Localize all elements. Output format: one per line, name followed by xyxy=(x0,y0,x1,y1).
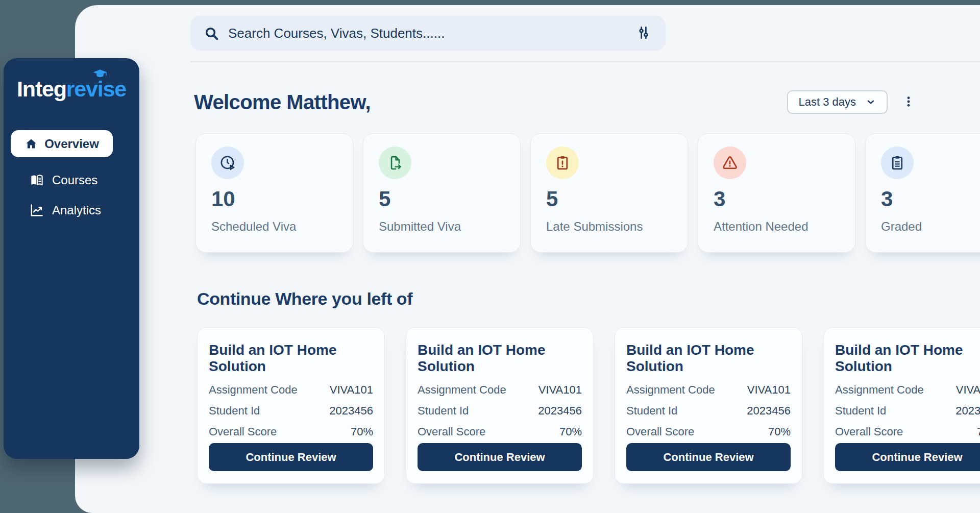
detail-value: 70% xyxy=(351,425,373,438)
chart-line-icon xyxy=(29,203,44,218)
detail-value: VIVA101 xyxy=(956,383,980,397)
stat-label: Late Submissions xyxy=(546,219,672,234)
logo-text-revise: revise xyxy=(66,77,126,101)
detail-label: Assignment Code xyxy=(626,383,715,397)
book-open-icon xyxy=(29,173,44,188)
stat-label: Scheduled Viva xyxy=(211,219,337,234)
detail-value: VIVA101 xyxy=(330,383,373,397)
sidebar-item-analytics[interactable]: Analytics xyxy=(4,200,139,221)
course-detail-row: Overall Score 70% xyxy=(418,425,582,438)
sidebar-item-label: Analytics xyxy=(52,203,101,217)
header-actions: Last 3 days xyxy=(787,90,916,114)
search-bar xyxy=(190,16,666,51)
continue-section-heading: Continue Where you left of xyxy=(197,289,412,309)
detail-label: Assignment Code xyxy=(835,383,924,397)
course-card: Build an IOT Home Solution Assignment Co… xyxy=(197,327,385,484)
stat-icon-circle xyxy=(546,146,579,179)
logo-text-integ: Integ xyxy=(17,77,66,101)
detail-value: VIVA101 xyxy=(747,383,791,397)
course-title: Build an IOT Home Solution xyxy=(626,342,791,375)
detail-label: Overall Score xyxy=(418,425,485,438)
stats-row: 10 Scheduled Viva 5 Submitted Viva xyxy=(195,133,980,253)
course-detail-row: Assignment Code VIVA101 xyxy=(835,383,980,397)
course-detail-row: Assignment Code VIVA101 xyxy=(418,383,582,397)
detail-label: Assignment Code xyxy=(209,383,298,397)
stat-value: 3 xyxy=(881,187,980,211)
sidebar-item-courses[interactable]: Courses xyxy=(4,170,139,190)
stat-value: 3 xyxy=(714,187,840,211)
continue-review-button[interactable]: Continue Review xyxy=(418,443,582,471)
stat-icon-circle xyxy=(211,146,244,179)
detail-value: 70% xyxy=(559,425,582,438)
date-range-label: Last 3 days xyxy=(798,95,856,109)
app-logo: Integrevise xyxy=(4,77,139,102)
course-detail-row: Assignment Code VIVA101 xyxy=(626,383,791,397)
detail-label: Overall Score xyxy=(209,425,277,438)
detail-value: 70% xyxy=(977,425,980,438)
clipboard-list-icon xyxy=(889,154,906,172)
course-title: Build an IOT Home Solution xyxy=(418,342,582,375)
stat-card-attention-needed: 3 Attention Needed xyxy=(698,133,855,253)
detail-label: Overall Score xyxy=(835,425,903,438)
course-detail-row: Overall Score 70% xyxy=(835,425,980,438)
clipboard-alert-icon xyxy=(554,154,571,172)
file-export-icon xyxy=(386,154,404,172)
continue-review-button[interactable]: Continue Review xyxy=(835,443,980,471)
stat-value: 5 xyxy=(546,187,672,211)
course-title: Build an IOT Home Solution xyxy=(209,342,373,375)
stat-label: Submitted Viva xyxy=(379,219,505,234)
stat-card-late-submissions: 5 Late Submissions xyxy=(530,133,688,253)
course-detail-row: Student Id 2023456 xyxy=(626,404,791,418)
detail-label: Student Id xyxy=(209,404,260,418)
detail-value: 2023456 xyxy=(538,404,582,418)
detail-value: 70% xyxy=(768,425,791,438)
sidebar-item-label: Courses xyxy=(52,173,97,187)
clock-play-icon xyxy=(219,154,236,172)
more-options-button[interactable] xyxy=(901,92,916,112)
stat-value: 10 xyxy=(211,187,337,211)
stat-card-graded: 3 Graded xyxy=(865,133,980,253)
sliders-icon xyxy=(636,25,651,40)
course-cards-row: Build an IOT Home Solution Assignment Co… xyxy=(197,327,980,484)
stat-card-submitted-viva: 5 Submitted Viva xyxy=(363,133,521,253)
sidebar-item-label: Overview xyxy=(44,137,99,151)
page-title: Welcome Matthew, xyxy=(194,91,371,114)
course-detail-row: Overall Score 70% xyxy=(626,425,791,438)
graduation-cap-icon xyxy=(93,69,107,78)
kebab-icon xyxy=(902,95,915,108)
course-title: Build an IOT Home Solution xyxy=(835,342,980,375)
stat-icon-circle xyxy=(714,146,746,179)
stat-icon-circle xyxy=(881,146,914,179)
detail-value: VIVA101 xyxy=(538,383,582,397)
stat-icon-circle xyxy=(379,146,411,179)
detail-label: Student Id xyxy=(626,404,677,418)
search-input[interactable] xyxy=(228,26,626,41)
header-divider xyxy=(190,61,980,62)
course-detail-row: Student Id 2023456 xyxy=(835,404,980,418)
date-range-select[interactable]: Last 3 days xyxy=(787,90,888,114)
header-row: Welcome Matthew, Last 3 days xyxy=(194,87,916,117)
detail-label: Student Id xyxy=(835,404,886,418)
detail-label: Student Id xyxy=(418,404,469,418)
detail-label: Assignment Code xyxy=(418,383,506,397)
content-panel: Welcome Matthew, Last 3 days 10 Schedule… xyxy=(75,5,980,513)
detail-value: 2023456 xyxy=(955,404,980,418)
stat-card-scheduled-viva: 10 Scheduled Viva xyxy=(195,133,353,253)
course-card: Build an IOT Home Solution Assignment Co… xyxy=(406,327,594,484)
stat-label: Graded xyxy=(881,219,980,234)
home-icon xyxy=(24,137,38,151)
sidebar-item-overview[interactable]: Overview xyxy=(11,130,113,157)
continue-review-button[interactable]: Continue Review xyxy=(626,443,791,471)
course-detail-row: Student Id 2023456 xyxy=(418,404,582,418)
alert-triangle-icon xyxy=(721,154,739,172)
sidebar: Integrevise Overview Courses Analytics xyxy=(4,58,139,459)
detail-value: 2023456 xyxy=(329,404,373,418)
detail-label: Overall Score xyxy=(626,425,694,438)
stat-value: 5 xyxy=(379,187,505,211)
continue-review-button[interactable]: Continue Review xyxy=(209,443,373,471)
course-detail-row: Overall Score 70% xyxy=(209,425,373,438)
course-card: Build an IOT Home Solution Assignment Co… xyxy=(615,327,802,484)
filter-button[interactable] xyxy=(635,25,652,42)
course-detail-row: Student Id 2023456 xyxy=(209,404,373,418)
course-card: Build an IOT Home Solution Assignment Co… xyxy=(823,327,980,484)
